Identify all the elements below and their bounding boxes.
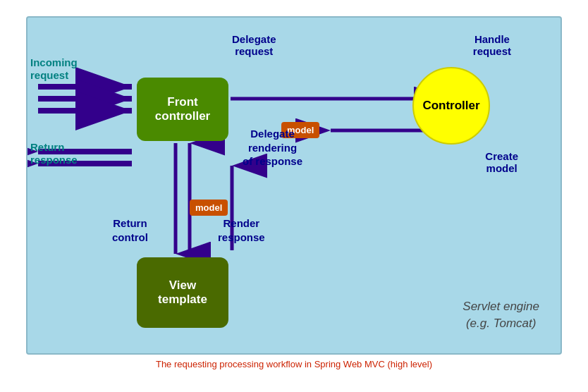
delegate-rendering-label: Delegate rendering of response (243, 127, 302, 169)
render-response-label: Render response (218, 216, 265, 244)
handle-request-label: Handle request (473, 33, 511, 57)
diagram-area: Incoming request Return response Front c… (26, 16, 562, 355)
incoming-request-label: Incoming request (30, 56, 78, 82)
servlet-engine-label: Servlet engine (e.g. Tomcat) (463, 298, 539, 332)
diagram-caption: The requesting processing workflow in Sp… (156, 359, 432, 369)
front-controller-box: Front controller (137, 78, 228, 141)
controller-label: Controller (422, 99, 479, 113)
create-model-label: Create model (485, 150, 518, 174)
delegate-request-label: Delegate request (232, 33, 276, 57)
view-template-box: View template (137, 257, 228, 328)
controller-circle: Controller (412, 67, 490, 145)
return-response-label: Return response (30, 141, 78, 166)
diagram-wrapper: Incoming request Return response Front c… (19, 16, 569, 376)
return-control-label: Return control (112, 216, 148, 244)
front-controller-label: Front controller (155, 95, 210, 124)
model-badge-mid: model (190, 200, 228, 216)
view-template-label: View template (158, 278, 207, 307)
